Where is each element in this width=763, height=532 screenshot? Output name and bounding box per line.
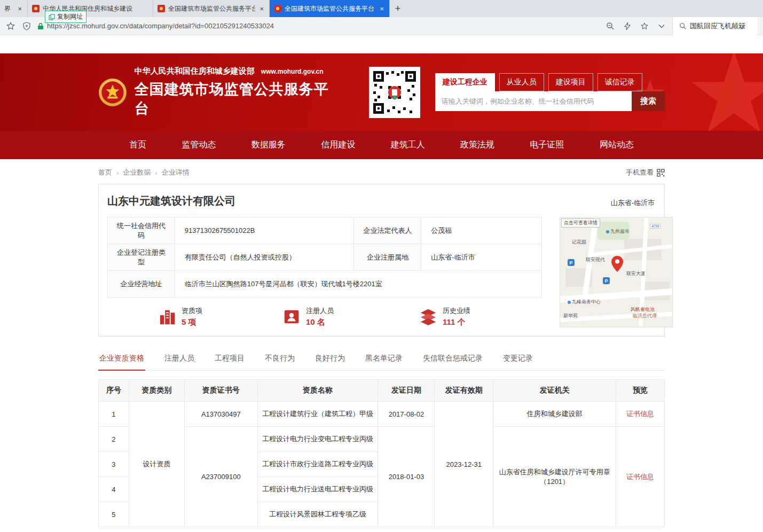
browser-tab-3[interactable]: 全国建筑市场监管公共服务平台 × xyxy=(153,0,270,17)
cell-cert-no: A137030497 xyxy=(184,402,257,427)
cell-name: 工程设计建筑行业（建筑工程）甲级 xyxy=(257,402,378,427)
nav-item-credit[interactable]: 信用建设 xyxy=(321,139,355,151)
tab-blacklist[interactable]: 黑名单记录 xyxy=(364,350,404,370)
nav-item-policy[interactable]: 政策法规 xyxy=(460,139,494,151)
field-label: 企业登记注册类型 xyxy=(108,244,175,271)
hot-search-text: 国航回应飞机颠簸 xyxy=(690,21,745,31)
copy-url-label: 复制网址 xyxy=(57,12,83,21)
cell-index: 4 xyxy=(99,477,129,502)
site-logo[interactable]: 中华人民共和国住房和城乡建设部 www.mohurd.gov.cn 全国建筑市场… xyxy=(98,66,336,118)
tab-good-behavior[interactable]: 良好行为 xyxy=(314,350,346,370)
nav-item-workers[interactable]: 建筑工人 xyxy=(391,139,425,151)
company-name: 山东中元建筑设计有限公司 xyxy=(107,194,656,208)
map-label: 联安大厦 xyxy=(626,270,646,277)
zoom-icon[interactable] xyxy=(605,21,616,32)
parking-icon: P xyxy=(603,277,610,284)
map-label: 九州超市 xyxy=(606,228,630,235)
ministry-url: www.mohurd.gov.cn xyxy=(261,68,324,75)
breadcrumb-row: 首页 › 企业数据 › 企业详情 手机查看 xyxy=(98,168,665,177)
search-tab-credit[interactable]: 诚信记录 xyxy=(597,73,642,91)
col-header-category: 资质类别 xyxy=(129,380,184,402)
bookmark-star-icon[interactable] xyxy=(5,21,16,32)
close-icon[interactable]: × xyxy=(379,5,385,13)
copy-url-tooltip[interactable]: 复制网址 xyxy=(45,11,86,23)
cell-index: 2 xyxy=(99,427,129,452)
address-value: 临沂市兰山区陶然路107号星河晶都（联安）现代城1号楼2201室 xyxy=(175,271,541,298)
certificate-info-link[interactable]: 证书信息 xyxy=(626,410,654,418)
detail-tabs: 企业资质资格 注册人员 工程项目 不良行为 良好行为 黑名单记录 失信联合惩戒记… xyxy=(98,350,665,371)
company-stats: 资质项 5 项 注册人员 10 名 xyxy=(107,306,542,327)
tab-registered-personnel[interactable]: 注册人员 xyxy=(163,350,195,370)
site-favicon-icon xyxy=(274,5,281,12)
tab-bar: 界 × 中华人民共和国住房和城乡建设 全国建筑市场监管公共服务平台 × 全国建筑… xyxy=(0,0,763,17)
platform-title: 全国建筑市场监管公共服务平台 xyxy=(135,80,336,118)
company-location-map[interactable]: 点击可查看详情 九州超市 ATM 记花园 联安现代 联安大厦 九峰商务中心 新华… xyxy=(560,217,673,327)
stat-label: 资质项 xyxy=(182,306,202,316)
cell-index: 3 xyxy=(99,452,129,477)
breadcrumb-company-data[interactable]: 企业数据 xyxy=(123,168,151,177)
qualification-table: 序号 资质类别 资质证书号 资质名称 发证日期 发证有效期 发证机关 预览 1 … xyxy=(98,379,665,527)
nav-item-supervision[interactable]: 监管动态 xyxy=(182,139,216,151)
map-label: 九峰商务中心 xyxy=(568,299,601,306)
nav-item-data-service[interactable]: 数据服务 xyxy=(251,139,286,151)
stat-value: 111 个 xyxy=(443,317,470,327)
col-header-authority: 发证机关 xyxy=(493,380,616,402)
tab-title: 全国建筑市场监管公共服务平台 xyxy=(285,4,375,13)
legal-rep-value: 公茂福 xyxy=(421,217,542,244)
cell-valid-until: 2023-12-31 xyxy=(435,402,493,527)
mobile-view-button[interactable]: 手机查看 xyxy=(626,168,665,177)
close-icon[interactable]: × xyxy=(258,5,265,13)
address-bar: https://jzsc.mohurd.gov.cn/data/company/… xyxy=(0,17,763,35)
mobile-view-label: 手机查看 xyxy=(626,168,654,177)
map-label: 联安现代 xyxy=(586,256,605,263)
chevron-down-icon[interactable] xyxy=(656,21,667,32)
person-badge-icon xyxy=(282,308,301,326)
close-icon[interactable]: × xyxy=(17,5,23,13)
tab-change-records[interactable]: 变更记录 xyxy=(502,350,534,370)
site-favicon-icon xyxy=(158,5,165,12)
tab-bad-behavior[interactable]: 不良行为 xyxy=(264,350,296,370)
tab-dishonesty-records[interactable]: 失信联合惩戒记录 xyxy=(422,350,484,370)
search-tab-personnel[interactable]: 从业人员 xyxy=(499,73,544,91)
breadcrumb-company-detail[interactable]: 企业详情 xyxy=(162,168,190,177)
nav-item-e-license[interactable]: 电子证照 xyxy=(530,139,564,151)
browser-tab-active[interactable]: 全国建筑市场监管公共服务平台 × xyxy=(270,0,390,17)
search-tab-enterprise[interactable]: 建设工程企业 xyxy=(435,73,495,91)
browser-tab-1[interactable]: 界 × xyxy=(0,0,28,17)
stat-label: 注册人员 xyxy=(306,306,334,316)
new-tab-button[interactable]: + xyxy=(390,0,406,17)
url-field[interactable]: https://jzsc.mohurd.gov.cn/data/company/… xyxy=(37,22,600,30)
breadcrumb-home[interactable]: 首页 xyxy=(98,168,112,177)
search-input[interactable] xyxy=(435,91,632,111)
field-label: 企业法定代表人 xyxy=(354,217,421,244)
cell-cert-no: A237009100 xyxy=(184,427,257,527)
ministry-name: 中华人民共和国住房和城乡建设部 xyxy=(135,66,255,76)
nav-item-site-news[interactable]: 网站动态 xyxy=(600,139,634,151)
cell-name: 工程设计电力行业送电工程专业丙级 xyxy=(257,477,378,502)
lightning-icon[interactable] xyxy=(622,21,633,32)
search-button[interactable]: 搜索 xyxy=(632,91,665,111)
tab-qualifications[interactable]: 企业资质资格 xyxy=(98,350,145,371)
search-tab-project[interactable]: 建设项目 xyxy=(548,73,593,91)
stat-qualifications[interactable]: 资质项 5 项 xyxy=(158,306,202,327)
col-header-cert-no: 资质证书号 xyxy=(184,380,257,402)
tab-projects[interactable]: 工程项目 xyxy=(214,350,246,370)
shield-icon[interactable] xyxy=(21,21,32,32)
browser-search-box[interactable]: 国航回应飞机颠簸 xyxy=(672,17,758,35)
stat-history-performance[interactable]: 历史业绩 111 个 xyxy=(419,306,470,327)
search-category-tabs: 建设工程企业 从业人员 建设项目 诚信记录 xyxy=(435,73,665,91)
stat-registered-personnel[interactable]: 注册人员 10 名 xyxy=(282,306,334,327)
col-header-valid-until: 发证有效期 xyxy=(435,380,493,402)
header-search: 建设工程企业 从业人员 建设项目 诚信记录 搜索 xyxy=(435,73,665,111)
lock-icon xyxy=(37,22,44,30)
page-top-gap xyxy=(0,35,763,53)
reg-region-value: 山东省-临沂市 xyxy=(421,244,542,271)
nav-item-home[interactable]: 首页 xyxy=(129,139,146,151)
page-url: https://jzsc.mohurd.gov.cn/data/company/… xyxy=(47,22,274,30)
certificate-info-link[interactable]: 证书信息 xyxy=(626,473,654,481)
site-header: ★ ★ 中华人民共和国住房和城乡建设部 www.mohurd.gov.cn xyxy=(0,53,763,131)
col-header-preview: 预览 xyxy=(616,380,665,402)
table-row: 1 设计资质 A137030497 工程设计建筑行业（建筑工程）甲级 2017-… xyxy=(99,402,665,427)
favorite-star-icon[interactable] xyxy=(639,21,650,32)
qr-grid-icon xyxy=(657,169,665,177)
